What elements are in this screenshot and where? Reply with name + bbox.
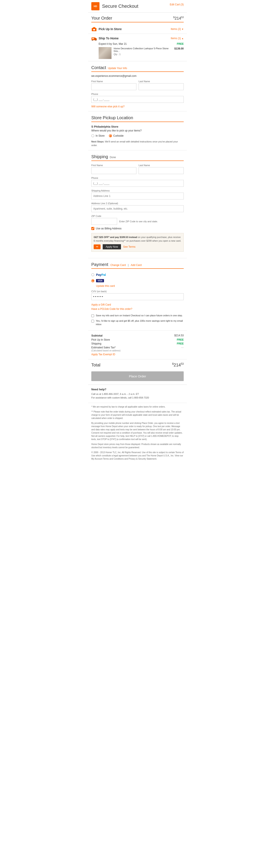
- visa-option[interactable]: VISA: [91, 278, 184, 284]
- subtotal-value: $214.53: [174, 334, 184, 337]
- ship-items-link[interactable]: Items (1) ▲: [171, 37, 184, 40]
- shipping-last-name-input[interactable]: [139, 167, 184, 174]
- header: HD Secure Checkout Edit Cart (3): [88, 0, 187, 13]
- curbside-option[interactable]: Curbside: [109, 134, 124, 137]
- shipping-value: FREE: [177, 342, 184, 345]
- pickup-title: Pick Up In Store: [99, 27, 122, 31]
- shipping-address2-label: Address Line 2 (Optional): [91, 202, 184, 205]
- subtotal-label: Subtotal: [91, 334, 102, 337]
- page-title: Secure Checkout: [102, 3, 138, 9]
- shipping-last-name-label: Last Name: [139, 164, 184, 166]
- footer-note-3: By providing your mobile phone number an…: [91, 422, 184, 441]
- place-order-button[interactable]: Place Order: [91, 371, 184, 381]
- billing-checkbox-label: Use as Billing Address: [96, 227, 122, 230]
- promo-box: GET $25 OFF* and pay $189.53 instead on …: [91, 233, 184, 252]
- save-info-label: Save my info and turn on Instant Checkou…: [96, 314, 183, 317]
- apply-now-button[interactable]: Apply Now: [103, 244, 121, 249]
- next-steps-label: Next Steps:: [91, 140, 104, 143]
- shipping-title: Shipping: [91, 154, 108, 159]
- phone-input[interactable]: [91, 96, 184, 103]
- shipping-last-name-group: Last Name: [139, 164, 184, 174]
- gift-card-link[interactable]: Apply a Gift Card: [91, 303, 184, 306]
- shipping-phone-label: Phone: [91, 177, 184, 179]
- billing-checkbox[interactable]: [91, 227, 94, 230]
- order-total-price: $21453: [173, 16, 184, 21]
- see-terms-link[interactable]: See Terms: [123, 245, 135, 249]
- store-pickup-title: Store Pickup Location: [91, 115, 133, 120]
- store-question: Where would you like to pick up your ite…: [91, 129, 184, 132]
- zip-hint: Enter ZIP Code to see city and state.: [119, 220, 158, 223]
- your-order: Your Order $21453: [88, 13, 187, 25]
- contact-update-link[interactable]: Update Your Info: [108, 67, 127, 70]
- save-info-checkbox[interactable]: [91, 314, 94, 317]
- place-order-section: Place Order: [88, 370, 187, 384]
- paypal-option[interactable]: PayPal: [91, 272, 184, 278]
- shipping-address2-input[interactable]: [91, 205, 184, 212]
- edit-cart-link[interactable]: Edit Cart (3): [170, 3, 184, 6]
- change-card-link[interactable]: Change Card: [110, 264, 126, 267]
- footer-note-1: * We are required by law to charge all a…: [91, 405, 184, 408]
- ship-icon: [91, 36, 97, 41]
- ship-free: FREE: [177, 42, 184, 45]
- email-signup-label: Yes, I'd like to sign up and get $5 off,…: [96, 319, 184, 326]
- po-code-link[interactable]: Have a PO/Job Code for this order?: [91, 308, 184, 310]
- update-card-link[interactable]: Update this card: [96, 284, 184, 287]
- phone-group: Phone: [91, 93, 184, 103]
- shipping-phone-input[interactable]: [91, 180, 184, 187]
- tax-value: ---: [181, 346, 184, 349]
- footer-note-5: © 2000 - 2013 Homer TLC, Inc. All Rights…: [91, 451, 184, 461]
- promo-text-1: GET $25 OFF*: [94, 236, 109, 239]
- in-store-radio[interactable]: [91, 134, 94, 137]
- tax-exempt-link[interactable]: Apply Tax Exempt ID: [91, 353, 115, 356]
- paypal-logo: PayPal: [96, 273, 106, 277]
- shipping-section: Shipping Done First Name Last Name Phone…: [88, 150, 187, 258]
- cvv-group: CVV (on back): [91, 290, 184, 300]
- zip-group: ZIP Code Enter ZIP Code to see city and …: [91, 215, 184, 225]
- first-name-label: First Name: [91, 80, 136, 83]
- svg-marker-4: [95, 38, 97, 40]
- contact-section: Contact Update Your Info we.experience.e…: [88, 61, 187, 112]
- ship-section: Ship To Home Items (1) ▲ Expect it by Su…: [88, 34, 187, 61]
- svg-rect-5: [92, 38, 94, 39]
- need-help-section: Need help? Call us at 1-800-466-3337, 6 …: [88, 384, 187, 403]
- phone-label: Phone: [91, 93, 184, 95]
- need-help-line2: For assistance with custom blinds, call …: [91, 396, 184, 400]
- price-main: 214: [175, 16, 181, 21]
- ship-item-qty: Qty : 1: [114, 53, 173, 56]
- footer-note-4: Home Depot store prices may from those d…: [91, 443, 184, 449]
- contact-email: we.experience.ecommerce@gmail.com: [91, 74, 184, 78]
- ship-expect: Expect it by Sun, Mar 21: [99, 42, 127, 45]
- total-price: $21453: [172, 362, 184, 368]
- need-help-title: Need help?: [91, 388, 184, 391]
- in-store-option[interactable]: In Store: [91, 134, 105, 137]
- paypal-radio[interactable]: [91, 273, 94, 276]
- promo-card-icon: HD: [94, 244, 101, 249]
- shipping-phone-group: Phone: [91, 177, 184, 187]
- curbside-radio[interactable]: [109, 134, 112, 137]
- first-name-input[interactable]: [91, 83, 136, 90]
- shipping-label: Shipping: [91, 342, 101, 345]
- logo: HD: [91, 2, 100, 10]
- last-name-label: Last Name: [139, 80, 184, 83]
- pickup-label: Pick Up In Store: [91, 338, 110, 341]
- cvv-input[interactable]: [91, 293, 184, 300]
- someone-else-link[interactable]: Will someone else pick it up?: [91, 105, 184, 108]
- shipping-first-name-input[interactable]: [91, 167, 136, 174]
- visa-radio[interactable]: [91, 279, 94, 282]
- pickup-value: FREE: [177, 338, 184, 341]
- payment-title: Payment: [91, 262, 108, 267]
- shipping-address-input[interactable]: [91, 193, 184, 199]
- zip-label: ZIP Code: [91, 215, 184, 217]
- next-steps-text: We'll send an email with detailed instru…: [91, 140, 178, 147]
- email-signup-checkbox[interactable]: [91, 320, 94, 322]
- pickup-items-link[interactable]: Items (2) ▼: [171, 28, 184, 31]
- ship-chevron-icon: ▲: [181, 37, 184, 39]
- price-cents: 53: [181, 16, 184, 19]
- zip-input[interactable]: [91, 218, 117, 225]
- shipping-address2-group: Address Line 2 (Optional): [91, 202, 184, 212]
- add-card-link[interactable]: Add Card: [131, 264, 142, 267]
- last-name-input[interactable]: [139, 83, 184, 90]
- tax-note: (Calculated based on address): [91, 349, 184, 352]
- store-pickup-section: Store Pickup Location S Philadelphia Sto…: [88, 112, 187, 150]
- store-name: S Philadelphia Store: [91, 125, 184, 128]
